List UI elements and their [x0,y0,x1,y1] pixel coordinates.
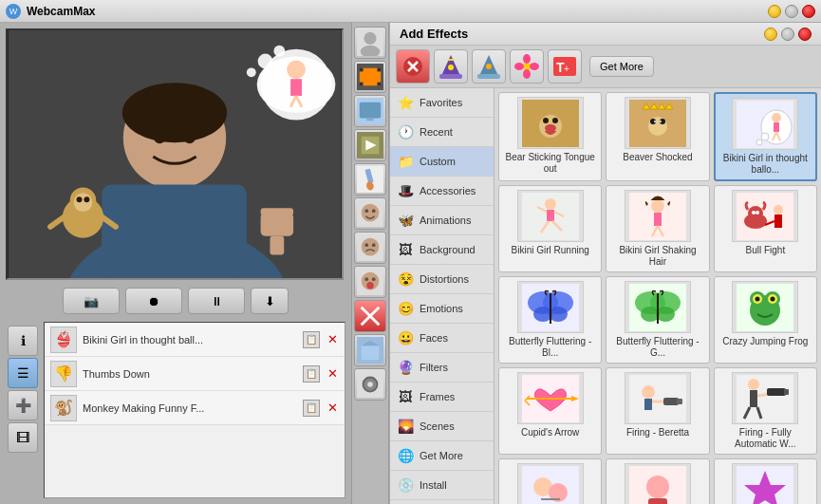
cat-animations[interactable]: 🦋 Animations [390,206,494,235]
mid-btn-face[interactable] [354,197,386,230]
copy-button-2[interactable]: 📋 [303,365,320,383]
window-controls [768,5,815,18]
effect-thumb-14 [625,463,691,504]
category-list: ⭐ Favorites 🕐 Recent 📁 Custom 🎩 Accessor… [390,88,494,504]
animations-icon: 🦋 [396,211,415,230]
svg-rect-174 [648,498,667,505]
svg-point-6 [184,132,196,143]
cat-emotions[interactable]: 😊 Emotions [390,294,494,324]
download-button[interactable]: ⬇ [251,288,289,314]
svg-point-19 [77,196,83,202]
svg-point-56 [366,282,373,289]
svg-point-47 [372,209,376,213]
list-item[interactable]: 👎 Thumbs Down 📋 ✕ [45,357,345,391]
plus-button[interactable]: ➕ [8,390,38,420]
pause-button[interactable]: ⏸ [188,288,245,314]
svg-point-105 [772,113,781,122]
list-item[interactable]: 👙 Bikini Girl in thought ball... 📋 ✕ [45,323,345,357]
effect-card-1[interactable]: Bear Sticking Tongue out [498,92,602,181]
effect-thumb-1: 👙 [50,327,77,353]
cat-custom[interactable]: 📁 Custom [390,147,494,177]
cat-favorites[interactable]: ⭐ Favorites [390,88,494,118]
list-item[interactable]: 🐒 Monkey Making Funny F... 📋 ✕ [45,391,345,425]
cat-frames[interactable]: 🖼 Frames [390,383,494,412]
effect-thumb-beretta [625,372,691,424]
mid-btn-red-x[interactable] [354,300,386,332]
info-button[interactable]: ℹ [8,326,38,356]
mid-btn-gear[interactable] [354,368,386,401]
effect-card-11[interactable]: Firing - Beretta [606,367,709,455]
mid-btn-screen[interactable] [354,95,386,127]
remove-effect-button[interactable] [396,49,430,84]
svg-rect-156 [644,399,652,410]
cat-get-more[interactable]: 🌐 Get More [390,441,494,471]
wizard-hat2-button[interactable] [472,49,506,84]
flower-button[interactable] [510,49,544,84]
cat-label-frames: Frames [420,391,455,402]
svg-point-110 [545,198,556,210]
list-button[interactable]: ☰ [8,358,38,388]
effect-thumb-bikini [732,98,798,150]
cat-distortions[interactable]: 😵 Distortions [390,265,494,294]
effect-card-13[interactable]: Effect 13 [498,458,602,504]
effect-card-7[interactable]: Butterfly Fluttering - Bl... [498,276,602,364]
mid-btn-video[interactable] [354,129,386,161]
text-button[interactable]: T + [548,49,582,84]
effect-card-14[interactable]: Effect 14 [606,458,709,504]
delete-button-3[interactable]: ✕ [326,401,339,415]
svg-rect-37 [366,118,373,121]
svg-point-99 [660,121,662,122]
mid-btn-film[interactable] [354,61,386,93]
effect-card-6[interactable]: Bull Fight [714,185,817,272]
effect-card-10[interactable]: Cupid's Arrow [498,367,602,455]
effect-card-3[interactable]: Bikini Girl in thought ballo... [714,92,817,181]
effect-name-3: Monkey Making Funny F... [83,402,297,414]
svg-rect-73 [477,74,500,79]
delete-button-1[interactable]: ✕ [326,333,339,346]
svg-rect-33 [360,83,364,86]
mid-btn-face3[interactable] [354,266,386,298]
effect-card-8[interactable]: Butterfly Fluttering - G... [606,276,709,364]
svg-rect-32 [377,68,381,72]
cat-install[interactable]: 💿 Install [390,471,494,500]
cat-accessories[interactable]: 🎩 Accessories [390,177,494,206]
wizard-hat-button[interactable] [434,49,468,84]
svg-rect-69 [439,74,462,79]
cat-scenes[interactable]: 🌄 Scenes [390,412,494,441]
effect-card-15[interactable]: Effect 15 [714,458,817,504]
effect-thumb-cupid [517,372,584,424]
cat-faces[interactable]: 😀 Faces [390,324,494,353]
effect-card-2[interactable]: Beaver Shocked [606,92,709,181]
camera-button[interactable]: 📷 [63,288,120,314]
record-button[interactable]: ⏺ [125,288,182,314]
cat-recent[interactable]: 🕐 Recent [390,118,494,147]
ae-close[interactable] [798,28,812,41]
close-button[interactable] [802,5,815,18]
effect-thumb-2: 👎 [50,361,77,387]
svg-point-88 [543,118,549,123]
minimize-button[interactable] [768,5,781,18]
mid-btn-face2[interactable] [354,232,386,264]
restore-button[interactable] [785,5,798,18]
film-button[interactable]: 🎞 [8,422,38,453]
cat-filters[interactable]: 🔮 Filters [390,353,494,383]
delete-button-2[interactable]: ✕ [326,367,339,381]
mid-btn-person[interactable] [354,27,386,59]
mid-btn-box[interactable] [354,334,386,366]
ae-minimize[interactable] [764,28,777,41]
effect-card-12[interactable]: Firing - Fully Automatic W... [714,367,817,455]
svg-rect-36 [360,103,381,119]
copy-button-3[interactable]: 📋 [303,400,320,417]
effect-card-4[interactable]: Bikini Girl Running [498,185,602,272]
svg-point-79 [530,63,539,70]
copy-button-1[interactable]: 📋 [303,331,320,348]
get-more-button[interactable]: Get More [589,56,654,77]
effect-card-9[interactable]: Crazy Jumping Frog [714,276,817,364]
cat-background[interactable]: 🖼 Background [390,235,494,265]
svg-rect-106 [774,122,779,132]
effect-card-5[interactable]: Bikini Girl Shaking Hair [606,185,709,272]
ae-restore[interactable] [781,28,794,41]
svg-point-50 [364,243,368,247]
effect-thumb-butterfly-bl [517,281,584,333]
mid-btn-brush[interactable] [354,163,386,196]
